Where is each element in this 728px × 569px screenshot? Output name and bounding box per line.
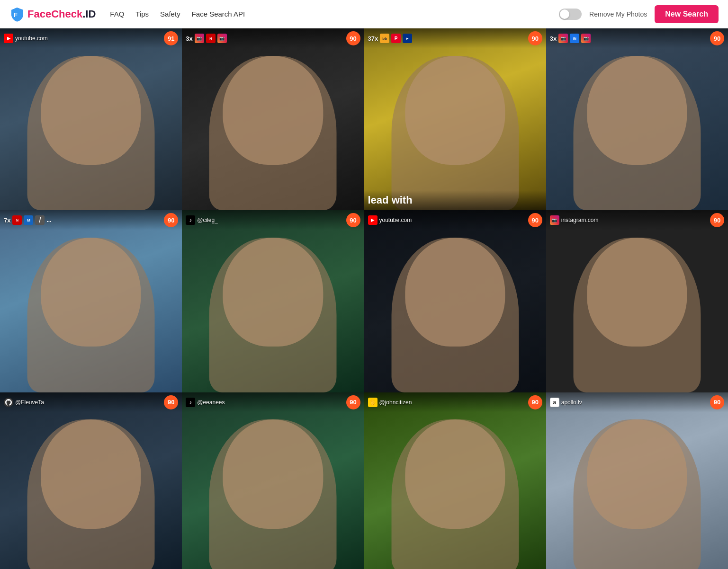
source-label: apollo.lv: [561, 399, 582, 406]
cell-top-bar: ♪ @eeanees 90: [182, 392, 364, 412]
score-badge: 90: [346, 31, 360, 45]
youtube-icon: ▶: [4, 34, 13, 43]
result-cell[interactable]: ▶ youtube.com 91: [0, 28, 182, 210]
face-image: [364, 210, 546, 392]
score-badge: 90: [346, 213, 360, 227]
source-info: ♪ @eeanees: [186, 398, 225, 407]
result-cell[interactable]: 7x N M / ... 90: [0, 210, 182, 392]
cell-top-bar: ▶ youtube.com 90: [364, 210, 546, 230]
toggle-knob: [560, 9, 569, 19]
tiktok-icon: ♪: [186, 215, 195, 225]
apollo-icon: a: [550, 398, 559, 407]
cell-overlay-text: lead with: [364, 190, 546, 210]
source-label: @johncitizen: [379, 399, 412, 406]
score-badge: 90: [164, 395, 178, 409]
face-image: [0, 28, 182, 210]
results-grid: ▶ youtube.com 91 3x 📷 N 📷 90 37x bb P: [0, 28, 728, 569]
score-badge: 90: [710, 31, 724, 45]
source-info: 3x 📷 IN 📷: [550, 34, 591, 43]
source-label: @eeanees: [197, 399, 225, 406]
logo-text: FaceCheck.ID: [27, 8, 96, 20]
face-image: [182, 392, 364, 569]
source-info: 37x bb P ▸: [368, 34, 413, 43]
nikkei-icon: N: [12, 215, 22, 225]
dots-label: ...: [46, 217, 51, 223]
nav-faq[interactable]: FAQ: [110, 10, 124, 18]
instagram-icon: 📷: [550, 215, 559, 225]
instagram-icon-2: 📷: [581, 34, 591, 43]
score-badge: 90: [710, 213, 724, 227]
insider-icon: IN: [570, 34, 579, 43]
result-cell[interactable]: 3x 📷 IN 📷 90: [546, 28, 728, 210]
face-image: [0, 392, 182, 569]
youtube-icon: ▶: [368, 215, 377, 225]
cell-top-bar: @FleuveTa 90: [0, 392, 182, 412]
cell-top-bar: ▶ youtube.com 91: [0, 28, 182, 48]
score-badge: 91: [164, 31, 178, 45]
tiktok-icon: ♪: [186, 398, 195, 407]
cell-top-bar: a apollo.lv 90: [546, 392, 728, 412]
source-info: ▶ youtube.com: [368, 215, 412, 225]
face-image: [364, 28, 546, 210]
source-label: youtube.com: [379, 217, 412, 223]
bb-icon: bb: [380, 34, 389, 43]
score-badge: 90: [528, 395, 542, 409]
cell-top-bar: 3x 📷 IN 📷 90: [546, 28, 728, 48]
cell-top-bar: 🖐 @johncitizen 90: [364, 392, 546, 412]
face-image: [546, 392, 728, 569]
result-cell[interactable]: ♪ @cileg_ 90: [182, 210, 364, 392]
result-cell[interactable]: ♪ @eeanees 90: [182, 392, 364, 569]
cell-top-bar: 37x bb P ▸ 90: [364, 28, 546, 48]
result-cell[interactable]: 37x bb P ▸ 90 lead with: [364, 28, 546, 210]
cell-top-bar: 7x N M / ... 90: [0, 210, 182, 230]
ba-icon: ▸: [403, 34, 412, 43]
new-search-button[interactable]: New Search: [655, 5, 719, 23]
face-image: [182, 28, 364, 210]
mc-icon: M: [24, 215, 33, 225]
score-badge: 90: [710, 395, 724, 409]
source-count: 37x: [368, 35, 378, 42]
instagram-icon: 📷: [195, 34, 204, 43]
cell-top-bar: 3x 📷 N 📷 90: [182, 28, 364, 48]
remove-photos-link[interactable]: Remove My Photos: [589, 10, 647, 18]
nav-tips[interactable]: Tips: [135, 10, 149, 18]
source-info: 7x N M / ...: [4, 215, 51, 225]
logo-link[interactable]: F FaceCheck.ID: [9, 7, 96, 22]
result-cell[interactable]: ▶ youtube.com 90: [364, 210, 546, 392]
toggle-switch[interactable]: [559, 9, 582, 20]
result-cell[interactable]: 📷 instagram.com 90: [546, 210, 728, 392]
logo-shield-icon: F: [9, 7, 25, 22]
instagram-icon: 📷: [558, 34, 568, 43]
nav-api[interactable]: Face Search API: [192, 10, 245, 18]
source-info: 3x 📷 N 📷: [186, 34, 226, 43]
source-info: a apollo.lv: [550, 398, 582, 407]
result-cell[interactable]: a apollo.lv 90: [546, 392, 728, 569]
instagram-icon-2: 📷: [217, 34, 227, 43]
main-nav: FAQ Tips Safety Face Search API: [110, 10, 559, 18]
toggle-container: [559, 9, 582, 20]
result-cell[interactable]: 🖐 @johncitizen 90: [364, 392, 546, 569]
result-cell[interactable]: @FleuveTa 90: [0, 392, 182, 569]
nav-safety[interactable]: Safety: [160, 10, 180, 18]
face-image: [546, 210, 728, 392]
logo-domain: .ID: [82, 8, 96, 20]
face-image: [0, 210, 182, 392]
source-count: 7x: [4, 217, 10, 224]
source-info: ♪ @cileg_: [186, 215, 218, 225]
source-count: 3x: [186, 35, 192, 42]
source-info: 📷 instagram.com: [550, 215, 599, 225]
slash-icon: /: [35, 215, 45, 225]
source-label: instagram.com: [561, 217, 599, 223]
nikkei-icon: N: [206, 34, 216, 43]
header: F FaceCheck.ID FAQ Tips Safety Face Sear…: [0, 0, 728, 28]
face-image: [546, 28, 728, 210]
joinchat-icon: 🖐: [368, 398, 377, 407]
result-cell[interactable]: 3x 📷 N 📷 90: [182, 28, 364, 210]
cell-top-bar: 📷 instagram.com 90: [546, 210, 728, 230]
github-icon: [4, 398, 13, 407]
score-badge: 90: [528, 213, 542, 227]
pinterest-icon: P: [391, 34, 401, 43]
source-info: ▶ youtube.com: [4, 34, 48, 43]
score-badge: 90: [346, 395, 360, 409]
source-info: 🖐 @johncitizen: [368, 398, 412, 407]
